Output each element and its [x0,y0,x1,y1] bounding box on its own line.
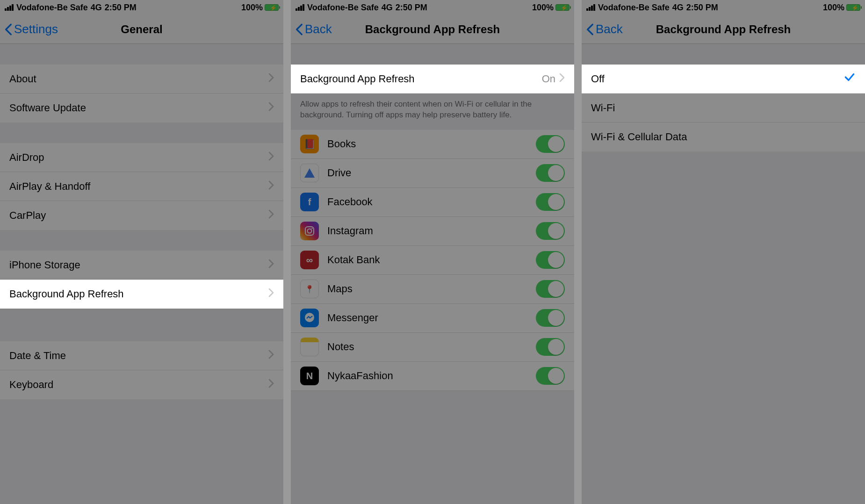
carrier-label: Vodafone-Be Safe [598,3,670,13]
app-label: Maps [327,283,536,295]
row-date-time[interactable]: Date & Time [0,341,283,370]
app-row-facebook: fFacebook [291,188,574,217]
signal-icon [5,4,14,11]
back-label: Back [596,22,623,36]
battery-pct: 100% [241,3,263,13]
app-toggle-list: 📕BooksDrivefFacebookInstagram∞Kotak Bank… [291,130,574,391]
bg-refresh-master-row[interactable]: Background App Refresh On [291,65,574,94]
chevron-left-icon [296,23,303,36]
maps-icon: 📍 [300,280,319,298]
app-row-nykaafashion: NNykaaFashion [291,362,574,391]
row-iphone-storage[interactable]: iPhone Storage [0,251,283,280]
row-keyboard[interactable]: Keyboard [0,370,283,399]
time-label: 2:50 PM [396,3,427,13]
time-label: 2:50 PM [686,3,718,13]
toggle-facebook[interactable] [536,193,565,211]
row-carplay[interactable]: CarPlay [0,201,283,230]
back-label: Settings [14,22,58,36]
network-label: 4G [382,3,393,13]
toggle-notes[interactable] [536,338,565,356]
battery-pct: 100% [532,3,554,13]
messenger-icon [300,309,319,327]
screen-bg-refresh-list: Vodafone-Be Safe 4G 2:50 PM 100% ⚡ Back … [291,0,574,504]
nav-bar: Back Background App Refresh [582,15,865,44]
chevron-right-icon [268,209,274,222]
nav-bar: Settings General [0,15,283,44]
row-label: Background App Refresh [9,288,265,300]
app-row-kotak-bank: ∞Kotak Bank [291,246,574,275]
master-value: On [542,73,555,85]
options-list: OffWi-FiWi-Fi & Cellular Data [582,65,865,151]
row-label: CarPlay [9,209,265,222]
row-label: iPhone Storage [9,259,265,271]
toggle-instagram[interactable] [536,222,565,240]
app-label: Books [327,138,536,150]
row-label: Date & Time [9,350,265,362]
battery-icon: ⚡ [555,4,569,11]
row-about[interactable]: About [0,65,283,94]
books-icon: 📕 [300,135,319,153]
option-label: Wi-Fi [591,102,856,114]
drive-icon [300,164,319,182]
row-label: About [9,73,265,85]
group-about: AboutSoftware Update [0,65,283,122]
toggle-messenger[interactable] [536,309,565,327]
group-storage: iPhone StorageBackground App Refresh [0,251,283,309]
back-button[interactable]: Back [291,22,332,36]
carrier-label: Vodafone-Be Safe [307,3,379,13]
screen-general: Vodafone-Be Safe 4G 2:50 PM 100% ⚡ Setti… [0,0,283,504]
chevron-right-icon [559,73,565,85]
chevron-right-icon [268,73,274,85]
toggle-kotak-bank[interactable] [536,251,565,269]
app-label: Notes [327,341,536,353]
status-bar: Vodafone-Be Safe 4G 2:50 PM 100% ⚡ [291,0,574,15]
chevron-left-icon [5,23,12,36]
app-label: Drive [327,167,536,179]
row-background-app-refresh[interactable]: Background App Refresh [0,280,283,309]
row-label: AirDrop [9,151,265,164]
screen-bg-refresh-options: Vodafone-Be Safe 4G 2:50 PM 100% ⚡ Back … [582,0,865,504]
svg-point-1 [308,229,312,233]
checkmark-icon [843,71,856,86]
network-label: 4G [91,3,102,13]
facebook-icon: f [300,193,319,211]
network-label: 4G [672,3,684,13]
nav-title: Background App Refresh [291,23,574,36]
toggle-books[interactable] [536,135,565,153]
group-airdrop: AirDropAirPlay & HandoffCarPlay [0,143,283,230]
chevron-right-icon [268,350,274,362]
app-row-notes: Notes [291,333,574,362]
app-label: NykaaFashion [327,370,536,382]
chevron-left-icon [586,23,594,36]
status-bar: Vodafone-Be Safe 4G 2:50 PM 100% ⚡ [582,0,865,15]
app-label: Instagram [327,225,536,237]
back-button[interactable]: Back [582,22,623,36]
option-wi-fi-cellular-data[interactable]: Wi-Fi & Cellular Data [582,122,865,151]
svg-point-2 [311,228,312,229]
back-label: Back [305,22,332,36]
row-airdrop[interactable]: AirDrop [0,143,283,172]
nykaafashion-icon: N [300,367,319,385]
option-off[interactable]: Off [582,65,865,94]
back-button[interactable]: Settings [0,22,58,36]
toggle-nykaafashion[interactable] [536,367,565,385]
toggle-drive[interactable] [536,164,565,182]
footer-description: Allow apps to refresh their content when… [291,94,574,130]
app-row-drive: Drive [291,159,574,188]
app-row-instagram: Instagram [291,217,574,246]
app-row-books: 📕Books [291,130,574,159]
chevron-right-icon [268,102,274,114]
row-label: Software Update [9,102,265,114]
app-label: Messenger [327,312,536,324]
chevron-right-icon [268,288,274,300]
row-airplay-handoff[interactable]: AirPlay & Handoff [0,172,283,201]
toggle-maps[interactable] [536,280,565,298]
battery-pct: 100% [823,3,844,13]
kotak-bank-icon: ∞ [300,251,319,269]
option-wi-fi[interactable]: Wi-Fi [582,94,865,122]
group-datetime: Date & TimeKeyboard [0,341,283,399]
signal-icon [586,4,595,11]
row-software-update[interactable]: Software Update [0,94,283,122]
battery-icon: ⚡ [265,4,279,11]
app-label: Kotak Bank [327,254,536,266]
